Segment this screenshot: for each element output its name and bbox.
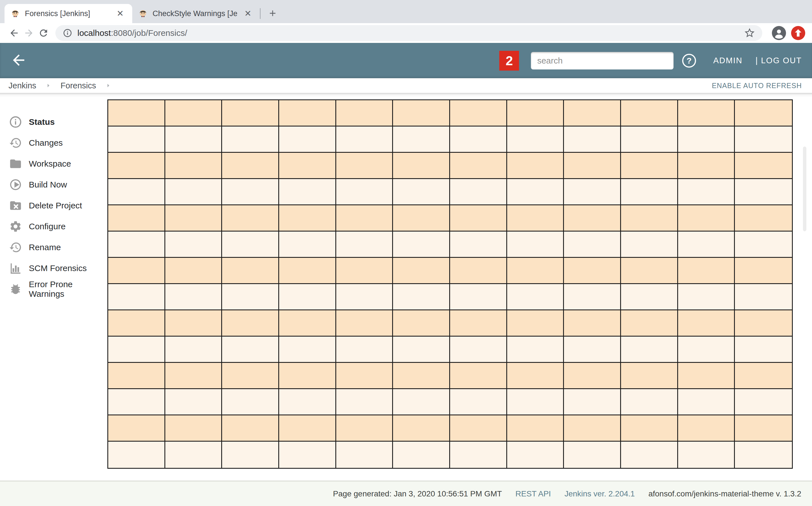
table-cell [108, 415, 165, 442]
table-cell [507, 179, 564, 205]
jenkins-back-button[interactable] [10, 52, 27, 70]
sidebar-item-error-prone-warnings[interactable]: Error Prone Warnings [9, 279, 105, 300]
table-cell [165, 310, 222, 337]
table-cell [735, 363, 792, 389]
browser-back-button[interactable] [7, 26, 21, 40]
search-input[interactable] [531, 52, 674, 70]
sidebar-item-changes[interactable]: Changes [9, 133, 105, 153]
bookmark-star-icon[interactable] [744, 28, 755, 38]
browser-update-button[interactable] [791, 26, 805, 40]
table-cell [222, 415, 279, 442]
table-cell [564, 284, 621, 310]
tab-checkstyle[interactable]: CheckStyle Warnings [Jenkins] ✕ [132, 4, 260, 23]
table-cell [108, 179, 165, 205]
jenkins-version-link[interactable]: Jenkins ver. 2.204.1 [565, 489, 635, 498]
table-cell [222, 232, 279, 258]
new-tab-button[interactable] [265, 5, 281, 21]
table-cell [108, 153, 165, 179]
jenkins-butler-icon [138, 9, 147, 18]
table-cell [621, 442, 678, 468]
jenkins-butler-icon [11, 9, 20, 18]
table-cell [165, 389, 222, 415]
svg-text:?: ? [687, 56, 692, 65]
chevron-right-icon [104, 82, 112, 89]
table-cell [222, 363, 279, 389]
table-cell [621, 389, 678, 415]
table-cell [279, 205, 336, 232]
tab-forensics[interactable]: Forensics [Jenkins] ✕ [5, 4, 132, 23]
table-cell [507, 126, 564, 153]
profile-button[interactable] [772, 26, 786, 40]
table-cell [507, 100, 564, 126]
table-cell [108, 363, 165, 389]
table-cell [678, 337, 735, 363]
table-cell [450, 337, 507, 363]
forward-icon [23, 28, 34, 38]
table-row [108, 337, 792, 363]
sidebar-item-build-now[interactable]: Build Now [9, 174, 105, 195]
scrollbar[interactable] [803, 147, 806, 231]
sidebar-item-status[interactable]: Status [9, 111, 105, 133]
table-cell [450, 389, 507, 415]
table-cell [507, 310, 564, 337]
new-tab-icon [268, 8, 278, 18]
table-cell [450, 258, 507, 284]
table-cell [336, 126, 393, 153]
breadcrumb-jenkins[interactable]: Jenkins [8, 81, 36, 90]
table-cell [678, 258, 735, 284]
footer: Page generated: Jan 3, 2020 10:56:51 PM … [0, 481, 812, 506]
alert-count-badge[interactable]: 2 [499, 51, 519, 71]
table-cell [678, 415, 735, 442]
sidebar-item-scm-forensics[interactable]: SCM Forensics [9, 258, 105, 279]
table-cell [564, 415, 621, 442]
table-cell [222, 389, 279, 415]
enable-auto-refresh-link[interactable]: ENABLE AUTO REFRESH [712, 82, 802, 90]
reload-icon [38, 28, 49, 38]
table-cell [279, 415, 336, 442]
table-cell [165, 442, 222, 468]
table-cell [507, 442, 564, 468]
table-cell [279, 337, 336, 363]
table-cell [564, 389, 621, 415]
table-cell [336, 100, 393, 126]
table-cell [165, 126, 222, 153]
table-cell [222, 153, 279, 179]
table-cell [678, 284, 735, 310]
table-cell [279, 389, 336, 415]
rest-api-link[interactable]: REST API [515, 489, 551, 498]
history-icon [9, 241, 22, 254]
table-cell [450, 179, 507, 205]
jenkins-header: 2 ? ADMIN | LOG OUT [0, 43, 812, 78]
table-cell [108, 310, 165, 337]
sidebar-item-rename[interactable]: Rename [9, 237, 105, 258]
breadcrumb-forensics[interactable]: Forensics [61, 81, 96, 90]
info-circle-icon [9, 115, 22, 129]
breadcrumb: Jenkins Forensics ENABLE AUTO REFRESH [0, 78, 812, 93]
table-cell [564, 337, 621, 363]
table-cell [621, 153, 678, 179]
close-icon[interactable]: ✕ [242, 8, 254, 19]
table-cell [678, 153, 735, 179]
table-cell [165, 179, 222, 205]
logout-link[interactable]: | LOG OUT [755, 56, 802, 65]
url-bar[interactable]: localhost:8080/job/Forensics/ [55, 25, 762, 41]
table-cell [165, 337, 222, 363]
table-cell [735, 415, 792, 442]
info-icon[interactable] [63, 28, 72, 38]
table-cell [735, 258, 792, 284]
browser-forward-button[interactable] [21, 26, 36, 40]
tab-title: Forensics [Jenkins] [25, 9, 109, 18]
sidebar-item-workspace[interactable]: Workspace [9, 153, 105, 174]
help-icon[interactable]: ? [681, 53, 697, 68]
table-cell [108, 126, 165, 153]
table-cell [336, 153, 393, 179]
sidebar-item-configure[interactable]: Configure [9, 216, 105, 237]
browser-reload-button[interactable] [36, 26, 51, 40]
user-link[interactable]: ADMIN [713, 56, 742, 65]
table-cell [735, 232, 792, 258]
close-icon[interactable]: ✕ [115, 8, 126, 19]
sidebar-item-delete-project[interactable]: Delete Project [9, 195, 105, 216]
table-cell [621, 258, 678, 284]
table-cell [621, 232, 678, 258]
table-cell [678, 232, 735, 258]
